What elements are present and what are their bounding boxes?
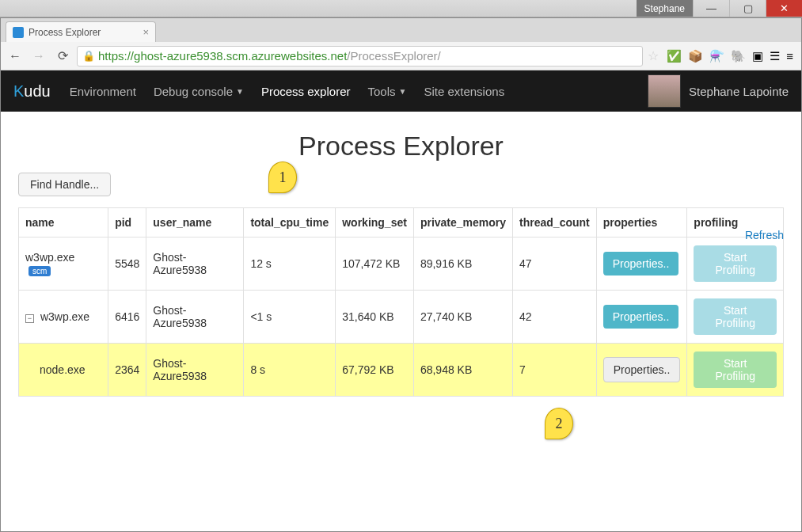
user-avatar[interactable] xyxy=(648,74,681,108)
properties-button[interactable]: Properties.. xyxy=(603,357,681,382)
browser-toolbar: ← → ⟳ 🔒 https ://ghost-azure5938.scm.azu… xyxy=(1,42,801,70)
properties-button[interactable]: Properties.. xyxy=(603,252,679,276)
bookmark-star-icon[interactable]: ☆ xyxy=(648,48,659,63)
window-minimize-button[interactable]: — xyxy=(693,0,729,17)
browser-tabstrip: Process Explorer × xyxy=(1,18,801,42)
window-titlebar: Stephane — ▢ ✕ xyxy=(0,0,802,17)
address-bar[interactable]: 🔒 https ://ghost-azure5938.scm.azurewebs… xyxy=(77,46,643,66)
url-host: ://ghost-azure5938.scm.azurewebsites.net xyxy=(124,49,348,63)
properties-button[interactable]: Properties.. xyxy=(603,305,679,329)
cell-cpu: 12 s xyxy=(244,238,336,291)
forward-button[interactable]: → xyxy=(29,47,48,66)
lock-icon: 🔒 xyxy=(82,50,95,62)
cell-pid: 6416 xyxy=(108,291,146,344)
col-total-cpu-time: total_cpu_time xyxy=(244,208,336,238)
extension-icons: ✅ 📦 ⚗️ 🐘 ▣ ☰ ≡ xyxy=(663,49,796,63)
tree-collapse-icon[interactable]: − xyxy=(25,314,34,323)
annotation-callout-1: 1 xyxy=(268,162,297,193)
ext-box-icon[interactable]: 📦 xyxy=(688,49,703,63)
table-row: w3wp.exe scm 5548 Ghost-Azure5938 12 s 1… xyxy=(19,238,784,291)
cell-pid: 2364 xyxy=(108,344,146,397)
browser-tab[interactable]: Process Explorer × xyxy=(6,21,156,42)
caret-down-icon: ▼ xyxy=(399,87,407,96)
page-content: Kudu Environment Debug console ▼ Process… xyxy=(1,70,801,531)
ext-cast-icon[interactable]: ▣ xyxy=(752,49,763,63)
cell-user: Ghost-Azure5938 xyxy=(146,344,244,397)
window-user-badge: Stephane xyxy=(637,0,693,17)
table-row-selected: node.exe 2364 Ghost-Azure5938 8 s 67,792… xyxy=(19,344,784,397)
back-button[interactable]: ← xyxy=(6,47,25,66)
refresh-link[interactable]: Refresh xyxy=(745,229,784,241)
nav-process-explorer[interactable]: Process explorer xyxy=(261,85,351,98)
process-name: w3wp.exe xyxy=(25,251,74,264)
nav-tools[interactable]: Tools ▼ xyxy=(367,85,406,98)
nav-environment[interactable]: Environment xyxy=(70,85,136,98)
process-name: node.exe xyxy=(25,363,86,376)
col-private-memory: private_memory xyxy=(413,208,512,238)
col-user-name: user_name xyxy=(146,208,244,238)
caret-down-icon: ▼ xyxy=(236,87,244,96)
nav-debug-console[interactable]: Debug console ▼ xyxy=(154,85,244,98)
ext-stack-icon[interactable]: ☰ xyxy=(770,49,780,63)
reload-button[interactable]: ⟳ xyxy=(53,47,72,66)
cell-pid: 5548 xyxy=(108,238,146,291)
cell-pm: 89,916 KB xyxy=(413,238,512,291)
ext-evernote-icon[interactable]: 🐘 xyxy=(731,49,746,63)
page-title: Process Explorer xyxy=(1,131,801,162)
window-maximize-button[interactable]: ▢ xyxy=(729,0,766,17)
table-header-row: name pid user_name total_cpu_time workin… xyxy=(19,208,784,238)
cell-ws: 107,472 KB xyxy=(336,238,414,291)
find-handle-button[interactable]: Find Handle... xyxy=(18,173,111,196)
kudu-brand[interactable]: Kudu xyxy=(13,82,51,101)
table-row: − w3wp.exe 6416 Ghost-Azure5938 <1 s 31,… xyxy=(19,291,784,344)
url-scheme: https xyxy=(98,49,124,63)
browser-window: Process Explorer × ← → ⟳ 🔒 https ://ghos… xyxy=(0,17,802,532)
window-close-button[interactable]: ✕ xyxy=(766,0,802,17)
col-name: name xyxy=(19,208,108,238)
col-properties: properties xyxy=(596,208,687,238)
process-table: name pid user_name total_cpu_time workin… xyxy=(18,207,784,397)
ext-beaker-icon[interactable]: ⚗️ xyxy=(709,49,724,63)
col-working-set: working_set xyxy=(336,208,414,238)
start-profiling-button[interactable]: Start Profiling xyxy=(694,245,777,282)
cell-cpu: <1 s xyxy=(244,291,336,344)
cell-tc: 42 xyxy=(513,291,597,344)
kudu-navbar: Kudu Environment Debug console ▼ Process… xyxy=(1,70,801,112)
col-pid: pid xyxy=(108,208,146,238)
browser-menu-icon[interactable]: ≡ xyxy=(786,49,793,63)
nav-tools-label: Tools xyxy=(367,85,395,98)
cell-ws: 67,792 KB xyxy=(336,344,414,397)
scm-badge: scm xyxy=(29,266,51,276)
nav-site-extensions[interactable]: Site extensions xyxy=(424,85,504,98)
tab-close-icon[interactable]: × xyxy=(143,26,149,38)
cell-tc: 7 xyxy=(513,344,597,397)
cell-pm: 68,948 KB xyxy=(413,344,512,397)
annotation-callout-2: 2 xyxy=(545,408,573,439)
process-name: w3wp.exe xyxy=(40,310,89,323)
cell-user: Ghost-Azure5938 xyxy=(146,238,244,291)
ext-check-icon[interactable]: ✅ xyxy=(667,49,682,63)
start-profiling-button[interactable]: Start Profiling xyxy=(694,352,777,388)
cell-pm: 27,740 KB xyxy=(413,291,512,344)
cell-user: Ghost-Azure5938 xyxy=(146,291,244,344)
cell-cpu: 8 s xyxy=(244,344,336,397)
cell-tc: 47 xyxy=(513,238,597,291)
cell-ws: 31,640 KB xyxy=(336,291,414,344)
start-profiling-button[interactable]: Start Profiling xyxy=(694,298,777,335)
user-name: Stephane Lapointe xyxy=(689,85,789,98)
brand-k: K xyxy=(13,82,24,100)
nav-debug-console-label: Debug console xyxy=(154,85,233,98)
col-thread-count: thread_count xyxy=(513,208,597,238)
tab-title: Process Explorer xyxy=(29,27,101,38)
tab-favicon xyxy=(13,27,24,38)
url-path: /ProcessExplorer/ xyxy=(347,49,440,63)
brand-rest: udu xyxy=(24,82,50,100)
